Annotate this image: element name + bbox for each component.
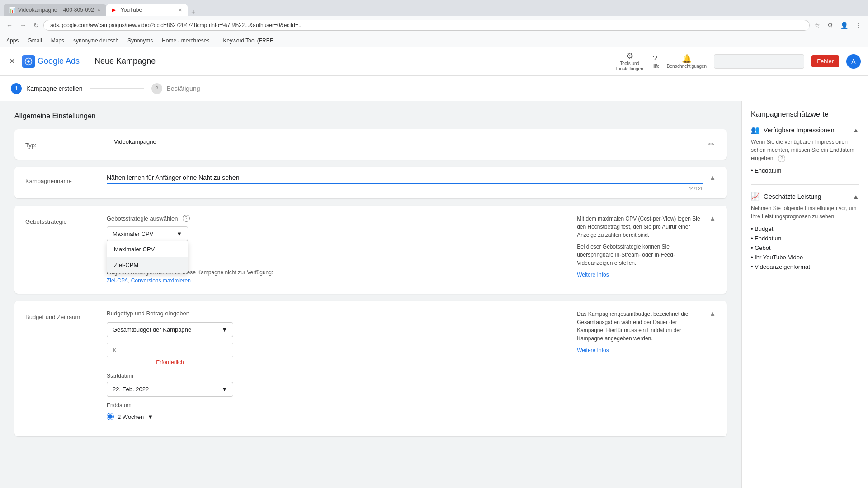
edit-type-button[interactable]: ✏ bbox=[707, 138, 716, 150]
bidding-collapse-button[interactable]: ▲ bbox=[709, 215, 716, 223]
logo-text: Google Ads bbox=[38, 56, 80, 66]
bid-chevron-down-icon: ▼ bbox=[176, 230, 182, 237]
bookmark-button[interactable]: ☆ bbox=[811, 20, 823, 31]
bookmark-gmail[interactable]: Gmail bbox=[25, 37, 44, 45]
estimated-collapse-button[interactable]: ▲ bbox=[853, 193, 859, 200]
startdate-select[interactable]: 22. Feb. 2022 ▼ bbox=[107, 382, 233, 397]
bid-select-button[interactable]: Maximaler CPV ▼ bbox=[107, 226, 188, 241]
budget-collapse-button[interactable]: ▲ bbox=[709, 310, 716, 318]
bookmark-synonyms[interactable]: Synonyms bbox=[125, 37, 156, 45]
bidding-description: Mit dem maximalen CPV (Cost-per-View) le… bbox=[570, 215, 705, 279]
conversions-link[interactable]: Conversions maximieren bbox=[131, 277, 191, 284]
bookmark-apps-label: Apps bbox=[6, 38, 19, 44]
bookmark-maps[interactable]: Maps bbox=[48, 37, 67, 45]
tab-close-1[interactable]: ✕ bbox=[97, 7, 101, 13]
startdate-chevron-icon: ▼ bbox=[222, 386, 227, 393]
tab-youtube[interactable]: ▶ YouTube ✕ bbox=[106, 4, 188, 16]
tools-button[interactable]: ⚙ Tools undEinstellungen bbox=[616, 51, 643, 72]
budget-select-value: Gesamtbudget der Kampagne bbox=[113, 326, 191, 333]
bookmark-home[interactable]: Home - merchreses... bbox=[159, 37, 217, 45]
enddate-radio-input[interactable] bbox=[107, 413, 114, 420]
campaign-name-input[interactable] bbox=[107, 174, 703, 184]
bookmark-maps-label: Maps bbox=[51, 38, 64, 44]
search-bar[interactable] bbox=[714, 54, 804, 69]
budget-amount-input[interactable] bbox=[118, 347, 227, 353]
type-label: Typ: bbox=[25, 138, 107, 149]
bookmarks-bar: Apps Gmail Maps synonyme deutsch Synonym… bbox=[0, 34, 868, 47]
bookmark-synonyme[interactable]: synonyme deutsch bbox=[71, 37, 121, 45]
nav-right-area: ☆ ⚙ 👤 ⋮ bbox=[811, 20, 864, 31]
bidding-more-info-link[interactable]: Weitere Infos bbox=[577, 271, 705, 279]
reload-button[interactable]: ↻ bbox=[31, 20, 42, 31]
impressions-title: Verfügbare Impressionen bbox=[764, 127, 834, 134]
enddate-chevron-icon: ▼ bbox=[147, 413, 153, 420]
user-avatar[interactable]: A bbox=[846, 54, 861, 69]
budget-more-info-link[interactable]: Weitere Infos bbox=[577, 346, 705, 354]
sidebar: Kampagnenschätzwerte 👥 Verfügbare Impres… bbox=[741, 101, 868, 488]
impressions-collapse-button[interactable]: ▲ bbox=[853, 127, 859, 134]
content-area: Allgemeine Einstellungen Typ: Videokampa… bbox=[0, 101, 741, 488]
tab-close-2[interactable]: ✕ bbox=[178, 7, 182, 13]
name-card-inner: Kampagnenname 44/128 ▲ bbox=[14, 167, 727, 198]
bidding-content: Gebotsstrategie auswählen ? Maximaler CP… bbox=[107, 215, 570, 285]
dropdown-item-maxcpv[interactable]: Maximaler CPV bbox=[107, 241, 188, 257]
budget-select-chevron-icon: ▼ bbox=[222, 326, 227, 333]
budget-card: Budget und Zeitraum Budgettyp und Betrag… bbox=[14, 301, 727, 436]
ziel-cpa-link[interactable]: Ziel-CPA bbox=[107, 277, 128, 284]
back-button[interactable]: ← bbox=[4, 20, 15, 31]
bidding-row: Gebotsstrategie Gebotsstrategie auswähle… bbox=[14, 206, 727, 294]
bid-select-container: Maximaler CPV ▼ Maximaler CPV Ziel-CPM bbox=[107, 226, 188, 241]
people-icon: 👥 bbox=[751, 126, 760, 134]
forward-button[interactable]: → bbox=[17, 20, 29, 31]
bookmark-keyword[interactable]: Keyword Tool (FREE... bbox=[221, 37, 281, 45]
extensions-button[interactable]: ⚙ bbox=[825, 20, 836, 31]
impressions-info-icon[interactable]: ? bbox=[778, 155, 785, 162]
main-layout: Allgemeine Einstellungen Typ: Videokampa… bbox=[0, 101, 868, 488]
estimated-text: Nehmen Sie folgende Einstellungen vor, u… bbox=[751, 204, 859, 221]
type-field-row: Typ: Videokampagne ✏ bbox=[25, 138, 716, 150]
bid-info-icon[interactable]: ? bbox=[183, 215, 190, 222]
new-tab-button[interactable]: + bbox=[188, 8, 199, 16]
sidebar-title-text: Kampagnenschätzwerte bbox=[751, 110, 829, 118]
tab-videokampagne[interactable]: 📊 Videokampagne – 400-805-692 ✕ bbox=[4, 4, 106, 16]
address-bar[interactable]: ads.google.com/aw/campaigns/new/video?oc… bbox=[43, 20, 810, 31]
tab-favicon-1: 📊 bbox=[9, 7, 15, 13]
type-card: Typ: Videokampagne ✏ bbox=[14, 129, 727, 160]
budget-label: Budget und Zeitraum bbox=[25, 310, 107, 320]
bidding-card: Gebotsstrategie Gebotsstrategie auswähle… bbox=[14, 206, 727, 294]
name-collapse-button[interactable]: ▲ bbox=[709, 174, 716, 182]
section-title: Allgemeine Einstellungen bbox=[14, 112, 727, 120]
bidding-label: Gebotsstrategie bbox=[25, 215, 107, 225]
menu-button[interactable]: ⋮ bbox=[853, 20, 864, 31]
impressions-info-text: Wenn Sie die verfügbaren Impressionen se… bbox=[751, 138, 859, 162]
notifications-button[interactable]: 🔔 Benachrichtigungen bbox=[667, 54, 707, 69]
bid-select-label: Gebotsstrategie auswählen bbox=[107, 215, 178, 222]
navigation-bar: ← → ↻ ads.google.com/aw/campaigns/new/vi… bbox=[0, 16, 868, 34]
estimated-item-format: Videoanzeigenformat bbox=[751, 262, 859, 272]
impressions-list-item: Enddatum bbox=[751, 166, 859, 175]
estimated-title: Geschätzte Leistung bbox=[764, 193, 821, 200]
error-button[interactable]: Fehler bbox=[811, 55, 839, 67]
budget-row: Budget und Zeitraum Budgettyp und Betrag… bbox=[14, 301, 727, 436]
bookmark-apps[interactable]: Apps bbox=[4, 37, 21, 45]
bookmark-gmail-label: Gmail bbox=[28, 38, 42, 44]
help-button[interactable]: ? Hilfe bbox=[651, 54, 660, 69]
bid-select-header: Gebotsstrategie auswählen ? bbox=[107, 215, 570, 222]
bookmark-home-label: Home - merchreses... bbox=[162, 38, 214, 44]
budget-select-button[interactable]: Gesamtbudget der Kampagne ▼ bbox=[107, 322, 233, 337]
startdate-field: Startdatum 22. Feb. 2022 ▼ bbox=[107, 373, 570, 397]
bid-select-value: Maximaler CPV bbox=[113, 230, 153, 237]
close-button[interactable]: ✕ bbox=[7, 55, 17, 67]
dropdown-item-zielcpm[interactable]: Ziel-CPM bbox=[107, 257, 188, 273]
logo-icon bbox=[22, 55, 35, 68]
estimated-item-enddatum: Enddatum bbox=[751, 234, 859, 243]
name-label: Kampagnenname bbox=[25, 174, 107, 184]
ads-logo-svg bbox=[24, 57, 33, 66]
bell-icon: 🔔 bbox=[682, 54, 692, 64]
name-card: Kampagnenname 44/128 ▲ bbox=[14, 167, 727, 198]
sidebar-divider bbox=[751, 184, 859, 185]
char-count: 44/128 bbox=[107, 186, 703, 191]
sidebar-title: Kampagnenschätzwerte bbox=[751, 110, 859, 118]
profile-button[interactable]: 👤 bbox=[838, 20, 851, 31]
enddate-radio-2weeks[interactable]: 2 Wochen ▼ bbox=[107, 411, 570, 422]
